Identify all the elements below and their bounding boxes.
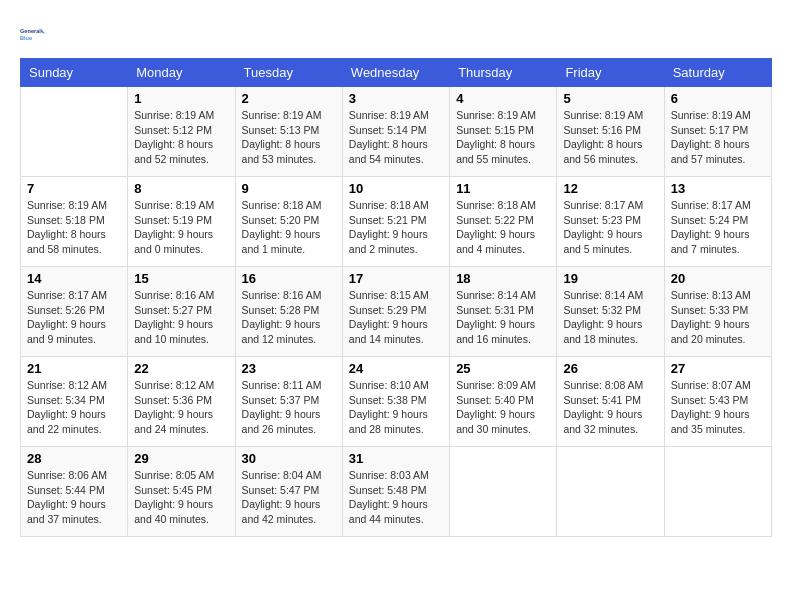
sunrise-text: Sunrise: 8:09 AM (456, 378, 550, 393)
sunset-text: Sunset: 5:28 PM (242, 303, 336, 318)
day-info: Sunrise: 8:07 AM Sunset: 5:43 PM Dayligh… (671, 378, 765, 437)
calendar-cell: 16 Sunrise: 8:16 AM Sunset: 5:28 PM Dayl… (235, 267, 342, 357)
sunrise-text: Sunrise: 8:16 AM (242, 288, 336, 303)
calendar-cell: 23 Sunrise: 8:11 AM Sunset: 5:37 PM Dayl… (235, 357, 342, 447)
day-info: Sunrise: 8:18 AM Sunset: 5:20 PM Dayligh… (242, 198, 336, 257)
daylight-text: Daylight: 8 hours and 54 minutes. (349, 137, 443, 166)
sunrise-text: Sunrise: 8:19 AM (134, 108, 228, 123)
daylight-text: Daylight: 9 hours and 32 minutes. (563, 407, 657, 436)
sunset-text: Sunset: 5:43 PM (671, 393, 765, 408)
sunrise-text: Sunrise: 8:19 AM (563, 108, 657, 123)
day-info: Sunrise: 8:19 AM Sunset: 5:15 PM Dayligh… (456, 108, 550, 167)
day-number: 7 (27, 181, 121, 196)
daylight-text: Daylight: 9 hours and 10 minutes. (134, 317, 228, 346)
day-info: Sunrise: 8:05 AM Sunset: 5:45 PM Dayligh… (134, 468, 228, 527)
day-info: Sunrise: 8:19 AM Sunset: 5:17 PM Dayligh… (671, 108, 765, 167)
calendar-cell: 6 Sunrise: 8:19 AM Sunset: 5:17 PM Dayli… (664, 87, 771, 177)
day-info: Sunrise: 8:03 AM Sunset: 5:48 PM Dayligh… (349, 468, 443, 527)
daylight-text: Daylight: 9 hours and 20 minutes. (671, 317, 765, 346)
calendar-cell: 1 Sunrise: 8:19 AM Sunset: 5:12 PM Dayli… (128, 87, 235, 177)
day-number: 31 (349, 451, 443, 466)
calendar-cell (557, 447, 664, 537)
daylight-text: Daylight: 9 hours and 7 minutes. (671, 227, 765, 256)
calendar-cell: 29 Sunrise: 8:05 AM Sunset: 5:45 PM Dayl… (128, 447, 235, 537)
sunset-text: Sunset: 5:22 PM (456, 213, 550, 228)
calendar-cell: 22 Sunrise: 8:12 AM Sunset: 5:36 PM Dayl… (128, 357, 235, 447)
daylight-text: Daylight: 8 hours and 53 minutes. (242, 137, 336, 166)
calendar-cell: 28 Sunrise: 8:06 AM Sunset: 5:44 PM Dayl… (21, 447, 128, 537)
sunrise-text: Sunrise: 8:11 AM (242, 378, 336, 393)
sunset-text: Sunset: 5:48 PM (349, 483, 443, 498)
calendar-cell: 17 Sunrise: 8:15 AM Sunset: 5:29 PM Dayl… (342, 267, 449, 357)
logo: GeneralBlue (20, 20, 48, 48)
daylight-text: Daylight: 9 hours and 44 minutes. (349, 497, 443, 526)
day-number: 25 (456, 361, 550, 376)
daylight-text: Daylight: 9 hours and 0 minutes. (134, 227, 228, 256)
day-number: 8 (134, 181, 228, 196)
sunrise-text: Sunrise: 8:17 AM (27, 288, 121, 303)
day-number: 17 (349, 271, 443, 286)
page-header: GeneralBlue (20, 20, 772, 48)
sunset-text: Sunset: 5:34 PM (27, 393, 121, 408)
day-number: 16 (242, 271, 336, 286)
sunrise-text: Sunrise: 8:10 AM (349, 378, 443, 393)
daylight-text: Daylight: 9 hours and 24 minutes. (134, 407, 228, 436)
sunset-text: Sunset: 5:29 PM (349, 303, 443, 318)
day-number: 18 (456, 271, 550, 286)
calendar-cell: 30 Sunrise: 8:04 AM Sunset: 5:47 PM Dayl… (235, 447, 342, 537)
calendar-cell: 19 Sunrise: 8:14 AM Sunset: 5:32 PM Dayl… (557, 267, 664, 357)
daylight-text: Daylight: 9 hours and 16 minutes. (456, 317, 550, 346)
day-info: Sunrise: 8:14 AM Sunset: 5:32 PM Dayligh… (563, 288, 657, 347)
weekday-header-thursday: Thursday (450, 59, 557, 87)
day-number: 27 (671, 361, 765, 376)
day-number: 22 (134, 361, 228, 376)
sunset-text: Sunset: 5:16 PM (563, 123, 657, 138)
day-number: 6 (671, 91, 765, 106)
day-info: Sunrise: 8:19 AM Sunset: 5:12 PM Dayligh… (134, 108, 228, 167)
day-number: 12 (563, 181, 657, 196)
sunset-text: Sunset: 5:47 PM (242, 483, 336, 498)
calendar-cell: 24 Sunrise: 8:10 AM Sunset: 5:38 PM Dayl… (342, 357, 449, 447)
calendar-cell (21, 87, 128, 177)
day-info: Sunrise: 8:15 AM Sunset: 5:29 PM Dayligh… (349, 288, 443, 347)
sunrise-text: Sunrise: 8:05 AM (134, 468, 228, 483)
daylight-text: Daylight: 8 hours and 57 minutes. (671, 137, 765, 166)
daylight-text: Daylight: 8 hours and 58 minutes. (27, 227, 121, 256)
day-info: Sunrise: 8:12 AM Sunset: 5:34 PM Dayligh… (27, 378, 121, 437)
day-info: Sunrise: 8:18 AM Sunset: 5:21 PM Dayligh… (349, 198, 443, 257)
calendar-cell: 26 Sunrise: 8:08 AM Sunset: 5:41 PM Dayl… (557, 357, 664, 447)
day-number: 13 (671, 181, 765, 196)
sunrise-text: Sunrise: 8:17 AM (671, 198, 765, 213)
sunset-text: Sunset: 5:31 PM (456, 303, 550, 318)
daylight-text: Daylight: 9 hours and 5 minutes. (563, 227, 657, 256)
daylight-text: Daylight: 9 hours and 28 minutes. (349, 407, 443, 436)
calendar-cell: 13 Sunrise: 8:17 AM Sunset: 5:24 PM Dayl… (664, 177, 771, 267)
sunrise-text: Sunrise: 8:04 AM (242, 468, 336, 483)
daylight-text: Daylight: 9 hours and 37 minutes. (27, 497, 121, 526)
daylight-text: Daylight: 9 hours and 9 minutes. (27, 317, 121, 346)
day-number: 14 (27, 271, 121, 286)
sunset-text: Sunset: 5:33 PM (671, 303, 765, 318)
day-info: Sunrise: 8:16 AM Sunset: 5:27 PM Dayligh… (134, 288, 228, 347)
sunrise-text: Sunrise: 8:15 AM (349, 288, 443, 303)
sunset-text: Sunset: 5:19 PM (134, 213, 228, 228)
sunset-text: Sunset: 5:37 PM (242, 393, 336, 408)
daylight-text: Daylight: 9 hours and 1 minute. (242, 227, 336, 256)
sunset-text: Sunset: 5:45 PM (134, 483, 228, 498)
daylight-text: Daylight: 9 hours and 4 minutes. (456, 227, 550, 256)
day-number: 15 (134, 271, 228, 286)
sunset-text: Sunset: 5:41 PM (563, 393, 657, 408)
weekday-header-tuesday: Tuesday (235, 59, 342, 87)
day-info: Sunrise: 8:06 AM Sunset: 5:44 PM Dayligh… (27, 468, 121, 527)
daylight-text: Daylight: 9 hours and 26 minutes. (242, 407, 336, 436)
daylight-text: Daylight: 9 hours and 12 minutes. (242, 317, 336, 346)
sunrise-text: Sunrise: 8:13 AM (671, 288, 765, 303)
calendar-cell: 18 Sunrise: 8:14 AM Sunset: 5:31 PM Dayl… (450, 267, 557, 357)
weekday-header-sunday: Sunday (21, 59, 128, 87)
calendar-cell: 12 Sunrise: 8:17 AM Sunset: 5:23 PM Dayl… (557, 177, 664, 267)
calendar-cell (664, 447, 771, 537)
sunrise-text: Sunrise: 8:12 AM (27, 378, 121, 393)
sunrise-text: Sunrise: 8:16 AM (134, 288, 228, 303)
daylight-text: Daylight: 9 hours and 22 minutes. (27, 407, 121, 436)
calendar-cell (450, 447, 557, 537)
